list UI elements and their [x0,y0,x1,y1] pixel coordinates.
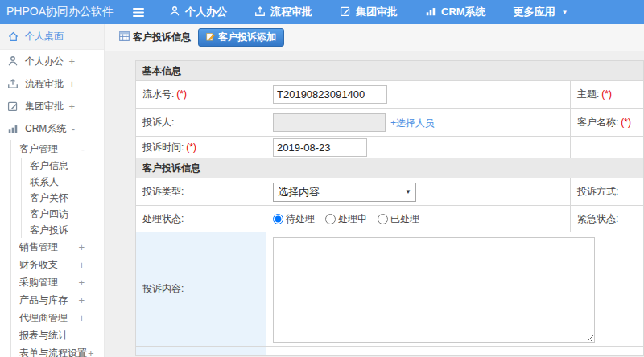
sidebar-item-group-approval[interactable]: 集团审批 + [0,95,104,117]
topmenu-more-apps[interactable]: 更多应用 ▼ [514,5,568,19]
person-icon [169,6,180,19]
section-header-basic-info: 基本信息 [136,61,644,81]
sidebar-item-desktop[interactable]: 个人桌面 [0,24,104,50]
collapse-minus-icon[interactable]: - [72,123,94,135]
topbar: PHPOA协同办公软件 个人办公 流程审批 集团审批 CRM系统 更多应用 [0,0,644,24]
tab-complaint-info[interactable]: 客户投诉信息 [119,31,191,44]
sidebar-item-personal-office[interactable]: 个人办公 + [0,50,104,72]
topmenu-workflow-approval[interactable]: 流程审批 [254,5,312,19]
expand-plus-icon[interactable]: + [68,101,94,113]
field-label: 投诉人: [142,117,174,128]
next-row-cell [266,347,644,356]
customer-name-label-cell: 客户名称:(*) [571,109,644,137]
required-mark: (*) [601,88,612,100]
sidebar-item-crm[interactable]: CRM系统 - [0,117,104,140]
sidebar-item-label: 代理商管理 [19,311,68,325]
topmenu-label: 更多应用 [514,5,555,19]
topmenu-label: CRM系统 [441,5,486,19]
pencil-add-icon [206,32,215,43]
section-header-complaint-info: 客户投诉信息 [136,158,644,178]
button-label: 客户投诉添加 [218,31,276,44]
sidebar-item-label: 表单与流程设置 [19,347,87,357]
add-complaint-button[interactable]: 客户投诉添加 [198,28,284,47]
sidebar-item-products-inventory[interactable]: 产品与库存 + [11,291,104,309]
sidebar-item-label: CRM系统 [25,122,66,136]
required-mark: (*) [621,117,631,128]
app-logo: PHPOA协同办公软件 [0,5,122,19]
radio-done[interactable] [378,214,388,224]
sidebar-item-customer-care[interactable]: 客户关怀 [22,190,104,206]
sidebar-item-label: 联系人 [30,175,59,189]
expand-plus-icon[interactable]: + [78,312,104,324]
sidebar-item-label: 销售管理 [19,240,58,254]
sidebar-item-label: 客户投诉 [30,224,68,237]
field-label: 投诉类型: [142,186,184,197]
complaint-type-label-cell: 投诉类型: [136,178,266,206]
tab-bar: 客户投诉信息 客户投诉添加 [105,24,644,51]
radio-processing[interactable] [325,214,336,224]
expand-plus-icon[interactable]: + [78,259,104,271]
sidebar-item-customer-info[interactable]: 客户信息 [22,158,104,174]
required-mark: (*) [176,88,187,100]
topmenu-label: 流程审批 [270,5,312,19]
field-label: 处理状态: [142,213,184,224]
radio-label: 已处理 [390,212,419,226]
expand-plus-icon[interactable]: + [88,347,94,357]
sidebar-item-finance[interactable]: 财务收支 + [11,256,104,273]
sidebar-item-label: 客户信息 [30,159,68,173]
radio-option-done[interactable]: 已处理 [378,212,419,226]
topmenu-group-approval[interactable]: 集团审批 [340,5,398,19]
complaint-type-select[interactable]: 选择内容 ▼ [273,183,416,202]
expand-plus-icon[interactable]: + [78,277,104,289]
empty-cell [571,137,644,158]
sidebar-item-label: 报表与统计 [19,329,68,343]
complaint-content-textarea[interactable] [273,237,595,343]
topmenu-personal-office[interactable]: 个人办公 [169,5,227,19]
expand-plus-icon[interactable]: + [68,55,94,68]
radio-pending[interactable] [273,214,283,224]
sidebar-item-workflow-approval[interactable]: 流程审批 + [0,72,104,95]
sidebar-item-label: 财务收支 [19,258,58,272]
sidebar-item-purchasing[interactable]: 采购管理 + [11,273,104,291]
complainant-label-cell: 投诉人: [136,109,266,137]
topmenu-crm[interactable]: CRM系统 [425,5,486,19]
complaint-time-input[interactable] [273,138,367,157]
complaint-time-label-cell: 投诉时间:(*) [136,137,266,158]
sidebar-item-sales-mgmt[interactable]: 销售管理 + [11,238,104,256]
radio-option-pending[interactable]: 待处理 [273,212,315,226]
sidebar-item-customer-followup[interactable]: 客户回访 [22,206,104,222]
subject-label-cell: 主题:(*) [571,81,644,109]
menu-toggle-icon[interactable] [132,7,145,18]
handle-status-radio-group: 待处理 处理中 已处理 [273,212,564,226]
app-window: PHPOA协同办公软件 个人办公 流程审批 集团审批 CRM系统 更多应用 [0,0,644,357]
handle-status-label-cell: 处理状态: [136,206,266,232]
sidebar-item-contacts[interactable]: 联系人 [22,174,104,190]
sidebar-item-form-workflow-settings[interactable]: 表单与流程设置 + [11,344,104,357]
edit-icon [340,6,351,19]
sidebar-item-reports-stats[interactable]: 报表与统计 [11,326,104,344]
bar-chart-icon [7,123,19,135]
upload-icon [7,78,19,90]
select-person-link[interactable]: +选择人员 [390,117,435,129]
expand-plus-icon[interactable]: + [68,78,94,90]
serial-label-cell: 流水号:(*) [136,81,266,109]
expand-plus-icon[interactable]: + [78,294,104,306]
sidebar-item-agent-mgmt[interactable]: 代理商管理 + [11,309,104,326]
serial-input[interactable] [273,85,387,104]
topmenu-label: 集团审批 [356,5,398,19]
field-label: 流水号: [142,88,174,100]
field-label: 紧急状态: [577,213,618,224]
top-menu: 个人办公 流程审批 集团审批 CRM系统 更多应用 ▼ [169,5,596,19]
field-label: 主题: [577,88,599,100]
sidebar-item-label: 个人桌面 [25,30,64,43]
sidebar-item-label: 客户回访 [30,207,68,221]
sidebar-item-customer-mgmt[interactable]: 客户管理 - [11,140,104,158]
collapse-minus-icon[interactable]: - [81,143,104,155]
next-row-label-cell [136,347,266,356]
sidebar-item-customer-complaint[interactable]: 客户投诉 [22,222,104,238]
field-label: 投诉内容: [142,283,184,294]
radio-option-processing[interactable]: 处理中 [325,212,367,226]
field-label: 投诉时间: [142,142,184,153]
select-value: 选择内容 [278,185,320,199]
expand-plus-icon[interactable]: + [78,241,104,253]
